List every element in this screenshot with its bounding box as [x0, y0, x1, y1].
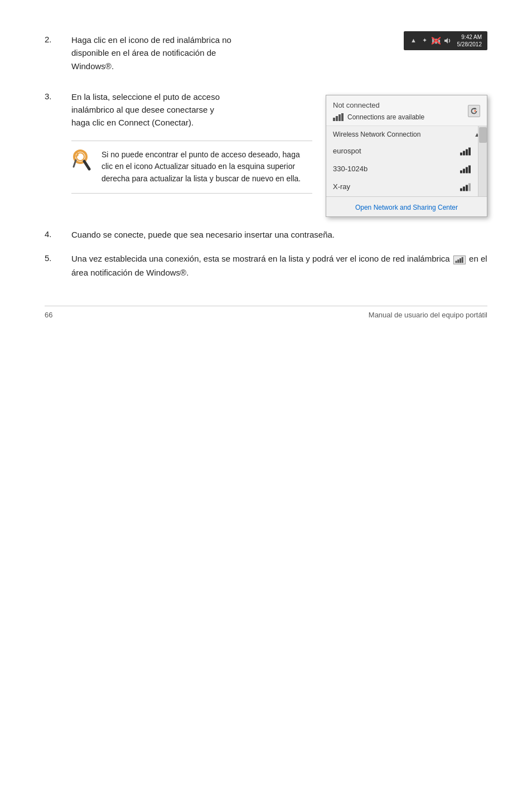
svg-line-9 — [74, 160, 76, 167]
step-3-text: En la lista, seleccione el puto de acces… — [71, 90, 233, 129]
network-item-eurospot[interactable]: eurospot — [326, 142, 487, 160]
wifi-connected-inline-icon — [453, 253, 466, 266]
step-5-number: 5. — [45, 252, 71, 263]
svg-rect-20 — [468, 147, 471, 155]
svg-rect-27 — [466, 185, 468, 191]
step-4-number: 4. — [45, 228, 71, 239]
taskbar-time: 9:42 AM — [457, 33, 482, 41]
svg-rect-19 — [466, 149, 468, 155]
step-3: 3. En la lista, seleccione el puto de ac… — [45, 90, 487, 217]
page-container: 2. Haga clic en el icono de red inalámbr… — [0, 0, 532, 341]
svg-rect-14 — [341, 113, 344, 121]
tray-wifi-unavail-icon — [432, 36, 441, 45]
svg-rect-18 — [463, 151, 465, 155]
step-5-text-before: Una vez establecida una conexión, esta s… — [71, 254, 450, 263]
network-name-330: 330-1024b — [333, 163, 367, 175]
network-popup: Not connected — [326, 95, 487, 217]
tray-arrow-icon: ▲ — [409, 36, 418, 45]
manual-title: Manual de usuario del equipo portátil — [369, 311, 487, 319]
tray-speaker-icon — [443, 36, 452, 45]
svg-rect-25 — [460, 188, 462, 191]
step-4: 4. Cuando se conecte, puede que sea nece… — [45, 228, 487, 241]
step-4-text: Cuando se conecte, puede que sea necesar… — [71, 228, 487, 241]
svg-marker-16 — [474, 110, 476, 112]
svg-rect-31 — [460, 258, 461, 263]
svg-rect-21 — [460, 170, 462, 173]
svg-rect-24 — [468, 165, 471, 173]
page-footer: 66 Manual de usuario del equipo portátil — [45, 306, 487, 319]
taskbar-date: 5/28/2012 — [457, 41, 482, 48]
scrollbar-thumb — [479, 127, 487, 143]
signal-330 — [460, 165, 471, 173]
svg-rect-26 — [463, 186, 465, 191]
instructions: 2. Haga clic en el icono de red inalámbr… — [45, 33, 487, 279]
tip-magnifier-icon — [71, 149, 94, 177]
tip-box: Si no puede encontrar el punto de acceso… — [71, 141, 312, 194]
popup-scrollbar[interactable] — [478, 126, 487, 196]
connections-available-label: Connections are available — [347, 112, 424, 123]
svg-rect-22 — [463, 168, 465, 173]
page-number: 66 — [45, 311, 52, 319]
step-3-number: 3. — [45, 90, 71, 101]
svg-rect-11 — [333, 118, 335, 121]
svg-rect-13 — [338, 114, 341, 121]
connections-wifi-icon — [333, 113, 344, 121]
svg-rect-12 — [336, 116, 338, 121]
taskbar-screenshot: ▲ ✦ — [404, 31, 488, 50]
not-connected-label: Not connected — [333, 100, 424, 111]
refresh-button[interactable] — [468, 105, 480, 117]
tip-text: Si no puede encontrar el punto de acceso… — [101, 149, 312, 185]
popup-header: Not connected — [326, 95, 487, 127]
network-name-eurospot: eurospot — [333, 146, 361, 157]
svg-rect-32 — [462, 257, 463, 263]
svg-line-8 — [84, 161, 89, 169]
signal-eurospot — [460, 147, 471, 156]
network-item-xray[interactable]: X-ray — [326, 178, 487, 196]
svg-rect-23 — [466, 167, 468, 173]
svg-rect-17 — [460, 152, 462, 155]
network-item-330[interactable]: 330-1024b — [326, 160, 487, 178]
svg-rect-29 — [455, 261, 457, 263]
svg-marker-5 — [444, 38, 448, 44]
network-name-xray: X-ray — [333, 181, 350, 192]
step-5-text: Una vez establecida una conexión, esta s… — [71, 252, 487, 279]
svg-rect-30 — [457, 260, 459, 263]
step-2: 2. Haga clic en el icono de red inalámbr… — [45, 33, 487, 73]
step-2-text: Haga clic en el icono de red inalámbrica… — [71, 33, 244, 73]
popup-footer: Open Network and Sharing Center — [326, 196, 487, 216]
step-5: 5. Una vez establecida una conexión, est… — [45, 252, 487, 279]
svg-rect-28 — [468, 183, 471, 191]
wireless-section-header: Wireless Network Connection ▲ — [326, 126, 487, 142]
signal-xray — [460, 183, 471, 191]
open-network-center-link[interactable]: Open Network and Sharing Center — [355, 204, 458, 211]
step-2-number: 2. — [45, 33, 71, 44]
tray-star-icon: ✦ — [420, 36, 429, 45]
